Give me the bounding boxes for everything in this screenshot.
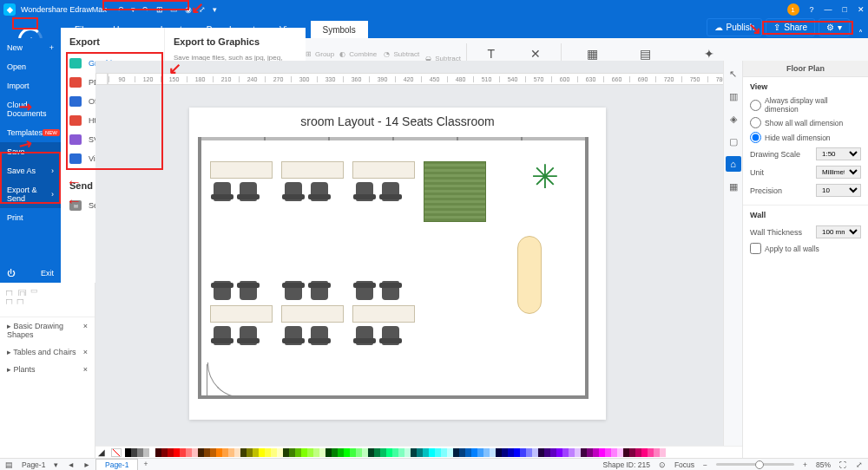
scale-select[interactable]: 1:50	[816, 147, 861, 160]
chair[interactable]	[356, 281, 373, 300]
color-swatch[interactable]	[593, 448, 599, 457]
color-swatch[interactable]	[271, 448, 277, 457]
color-swatch[interactable]	[556, 448, 562, 457]
maximize-icon[interactable]: □	[843, 5, 847, 14]
color-swatch[interactable]	[508, 448, 514, 457]
close-cat-icon[interactable]: ×	[83, 322, 88, 339]
room-outline[interactable]: ✳	[198, 137, 589, 399]
color-swatch[interactable]	[641, 448, 648, 457]
chair[interactable]	[285, 326, 302, 345]
pages-icon[interactable]: ▤	[5, 460, 13, 469]
color-swatch[interactable]	[514, 448, 520, 457]
color-swatch[interactable]	[362, 448, 368, 457]
color-swatch[interactable]	[502, 448, 508, 457]
color-swatch[interactable]	[623, 448, 629, 457]
door[interactable]	[207, 364, 241, 399]
opt-showall[interactable]: Show all wall dimension	[750, 115, 861, 130]
chair[interactable]	[240, 182, 257, 201]
color-swatch[interactable]	[319, 448, 326, 457]
rug[interactable]	[424, 161, 486, 222]
color-swatch[interactable]	[265, 448, 271, 457]
color-swatch[interactable]	[550, 448, 556, 457]
color-swatch[interactable]	[253, 448, 259, 457]
shape-category[interactable]: ▸ Tables and Chairs×	[0, 343, 95, 361]
prev-page-icon[interactable]: ◄	[67, 460, 74, 469]
collapse-ribbon-icon[interactable]: ˄	[853, 29, 868, 38]
no-color[interactable]	[111, 448, 122, 457]
color-swatch[interactable]	[569, 448, 575, 457]
nav-exit[interactable]: ⏻ Exit	[0, 264, 61, 283]
shape-category[interactable]: ▸ Basic Drawing Shapes×	[0, 317, 95, 343]
color-swatch[interactable]	[247, 448, 253, 457]
close-cat-icon[interactable]: ×	[83, 365, 88, 374]
rt-cursor-icon[interactable]: ↖	[726, 66, 741, 82]
desk[interactable]	[352, 161, 415, 179]
color-swatch[interactable]	[192, 448, 198, 457]
color-swatch[interactable]	[423, 448, 429, 457]
color-swatch[interactable]	[520, 448, 526, 457]
page-tab[interactable]: Page-1	[95, 459, 138, 470]
color-swatch[interactable]	[483, 448, 490, 457]
zoom-in-icon[interactable]: +	[803, 460, 807, 469]
color-swatch[interactable]	[411, 448, 417, 457]
color-swatch[interactable]	[660, 448, 666, 457]
color-swatch[interactable]	[380, 448, 386, 457]
color-swatch[interactable]	[356, 448, 362, 457]
desk[interactable]	[352, 305, 415, 323]
color-swatch[interactable]	[180, 448, 186, 457]
desk[interactable]	[281, 305, 344, 323]
color-swatch[interactable]	[374, 448, 380, 457]
color-swatch[interactable]	[186, 448, 192, 457]
chair[interactable]	[285, 182, 302, 201]
color-swatch[interactable]	[198, 448, 204, 457]
color-swatch[interactable]	[447, 448, 453, 457]
color-swatch[interactable]	[398, 448, 404, 457]
color-swatch[interactable]	[155, 448, 161, 457]
color-swatch[interactable]	[575, 448, 581, 457]
color-swatch[interactable]	[313, 448, 319, 457]
chair[interactable]	[285, 281, 302, 300]
close-icon[interactable]: ✕	[858, 5, 865, 14]
color-swatch[interactable]	[544, 448, 550, 457]
color-swatch[interactable]	[459, 448, 465, 457]
color-swatch[interactable]	[259, 448, 265, 457]
chair[interactable]	[382, 182, 399, 201]
color-swatch[interactable]	[496, 448, 502, 457]
color-swatch[interactable]	[234, 448, 240, 457]
minimize-icon[interactable]: —	[825, 5, 832, 14]
color-swatch[interactable]	[295, 448, 301, 457]
color-swatch[interactable]	[526, 448, 532, 457]
color-swatch[interactable]	[417, 448, 423, 457]
color-swatch[interactable]	[161, 448, 168, 457]
color-swatch[interactable]	[404, 448, 411, 457]
shape-category[interactable]: ▸ Plants×	[0, 361, 95, 378]
page-label[interactable]: Page-1	[22, 460, 45, 469]
color-swatch[interactable]	[332, 448, 338, 457]
chair[interactable]	[214, 281, 231, 300]
fullscreen-icon[interactable]: ⤢	[856, 460, 863, 469]
color-swatch[interactable]	[453, 448, 459, 457]
nav-print[interactable]: Print	[0, 208, 61, 227]
color-swatch[interactable]	[429, 448, 435, 457]
chair[interactable]	[356, 182, 373, 201]
chair[interactable]	[382, 326, 399, 345]
drawing-page[interactable]: sroom Layout - 14 Seats Classroom ✳	[189, 108, 606, 420]
chair[interactable]	[240, 326, 257, 345]
color-swatch[interactable]	[283, 448, 289, 457]
color-swatch[interactable]	[240, 448, 247, 457]
color-swatch[interactable]	[471, 448, 477, 457]
color-swatch[interactable]	[532, 448, 538, 457]
rt-floorplan-icon[interactable]: ⌂	[726, 156, 741, 172]
add-page-icon[interactable]: +	[143, 460, 148, 468]
color-swatch[interactable]	[490, 448, 496, 457]
color-swatch[interactable]	[581, 448, 587, 457]
fit-icon[interactable]: ⛶	[839, 460, 847, 469]
color-swatch[interactable]	[611, 448, 617, 457]
combine-icon[interactable]: ◐	[339, 50, 345, 58]
palette-picker-icon[interactable]: ◢	[95, 447, 108, 457]
page-dropdown-icon[interactable]: ▾	[54, 460, 58, 469]
color-swatch[interactable]	[635, 448, 641, 457]
qat-more-icon[interactable]: ▾	[213, 5, 217, 14]
color-swatch[interactable]	[599, 448, 605, 457]
thickness-select[interactable]: 100 mm	[816, 225, 861, 238]
